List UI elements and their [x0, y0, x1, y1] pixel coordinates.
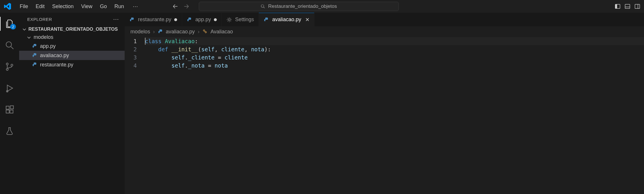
activity-explorer[interactable]: 2 [3, 17, 17, 31]
svg-rect-3 [615, 4, 617, 9]
menu-selection[interactable]: Selection [49, 2, 77, 11]
class-symbol-icon [202, 29, 208, 35]
tree-file-label: app.py [40, 43, 56, 49]
python-file-icon [32, 62, 38, 68]
editor-area: restaurante.py app.py Settings avaliacao… [125, 13, 644, 194]
code-content[interactable]: class Avaliacao: def __init__(self, clie… [145, 37, 644, 194]
chevron-right-icon: › [198, 29, 199, 35]
tree-folder-label: modelos [34, 34, 53, 40]
svg-rect-14 [6, 106, 9, 109]
activity-extensions[interactable] [3, 103, 17, 117]
layout-controls [614, 3, 642, 10]
toggle-panel-icon[interactable] [624, 3, 631, 10]
git-branch-icon [5, 62, 14, 71]
svg-point-18 [34, 44, 34, 45]
svg-point-20 [34, 63, 34, 64]
svg-rect-17 [10, 106, 14, 109]
tree-file-label: restaurante.py [40, 62, 73, 68]
command-center-text: Restaurante_orientado_objetos [268, 3, 337, 9]
python-file-icon [32, 43, 38, 49]
python-file-icon [263, 17, 269, 23]
search-icon [5, 41, 14, 50]
tab-avaliacao[interactable]: avaliacao.py ✕ [259, 13, 314, 26]
command-center[interactable]: Restaurante_orientado_objetos [199, 2, 399, 11]
tree-file-restaurante[interactable]: restaurante.py [19, 60, 125, 69]
nav-back-icon[interactable] [172, 3, 179, 10]
svg-point-8 [6, 42, 12, 47]
svg-point-0 [261, 5, 264, 7]
search-icon [261, 4, 265, 9]
editor-tabs: restaurante.py app.py Settings avaliacao… [125, 13, 644, 27]
svg-point-23 [265, 18, 266, 19]
tree-root[interactable]: RESTAURANTE_ORIENTADO_OBJETOS [19, 26, 125, 33]
sidebar-title: EXPLORER [27, 17, 52, 22]
code-editor[interactable]: 1 2 3 4 class Avaliacao: def __init__(se… [125, 37, 644, 194]
breadcrumb-label: avaliacao.py [166, 29, 195, 35]
chevron-down-icon [22, 27, 27, 32]
activity-source-control[interactable] [3, 60, 17, 74]
activity-search[interactable] [3, 38, 17, 52]
gear-icon [226, 17, 232, 23]
vscode-logo-icon [3, 2, 12, 10]
menu-overflow[interactable]: ⋯ [130, 2, 141, 11]
breadcrumb-file[interactable]: avaliacao.py [158, 29, 195, 35]
tree-folder-modelos[interactable]: modelos [19, 33, 125, 41]
toggle-secondary-sidebar-icon[interactable] [634, 3, 641, 10]
activity-testing[interactable] [3, 124, 17, 138]
svg-point-21 [131, 18, 132, 19]
extensions-icon [5, 105, 14, 114]
debug-icon [5, 84, 14, 93]
tab-app[interactable]: app.py [182, 13, 222, 26]
svg-point-12 [11, 64, 13, 66]
svg-point-11 [6, 68, 8, 70]
line-numbers: 1 2 3 4 [125, 37, 145, 194]
explorer-badge: 2 [10, 24, 16, 30]
breadcrumb-label: Avaliacao [210, 29, 233, 35]
tree-root-label: RESTAURANTE_ORIENTADO_OBJETOS [28, 27, 118, 32]
menu-view[interactable]: View [78, 2, 96, 11]
menu-go[interactable]: Go [97, 2, 110, 11]
svg-rect-15 [6, 110, 9, 113]
modified-dot-icon [214, 18, 217, 21]
menu-bar: File Edit Selection View Go Run [16, 2, 128, 11]
menu-run[interactable]: Run [111, 2, 128, 11]
chevron-down-icon [27, 35, 31, 40]
breadcrumb-symbol[interactable]: Avaliacao [202, 29, 233, 35]
title-bar: File Edit Selection View Go Run ⋯ Restau… [0, 0, 644, 13]
svg-rect-16 [10, 110, 13, 113]
tab-label: app.py [195, 17, 211, 23]
beaker-icon [5, 126, 14, 136]
tab-label: Settings [235, 17, 254, 23]
breadcrumb-folder[interactable]: modelos [130, 29, 150, 35]
chevron-right-icon: › [153, 29, 155, 35]
python-file-icon [32, 52, 38, 58]
menu-edit[interactable]: Edit [32, 2, 48, 11]
python-file-icon [187, 17, 192, 23]
svg-point-22 [189, 18, 189, 19]
explorer-sidebar: EXPLORER ⋯ RESTAURANTE_ORIENTADO_OBJETOS… [19, 13, 125, 194]
sidebar-header: EXPLORER ⋯ [19, 13, 125, 26]
tab-settings[interactable]: Settings [222, 13, 259, 26]
activity-run-debug[interactable] [3, 81, 17, 95]
toggle-primary-sidebar-icon[interactable] [614, 3, 621, 10]
close-icon[interactable]: ✕ [305, 17, 310, 23]
svg-point-10 [6, 63, 8, 65]
file-tree: RESTAURANTE_ORIENTADO_OBJETOS modelos ap… [19, 26, 125, 69]
tab-label: restaurante.py [138, 17, 171, 23]
tree-file-avaliacao[interactable]: avaliacao.py [19, 51, 125, 60]
tab-label: avaliacao.py [272, 17, 301, 23]
tree-file-app[interactable]: app.py [19, 41, 125, 51]
svg-rect-6 [635, 4, 640, 9]
text-cursor [145, 38, 145, 45]
modified-dot-icon [174, 18, 177, 21]
nav-forward-icon[interactable] [183, 3, 190, 10]
breadcrumbs: modelos › avaliacao.py › Avaliacao [125, 27, 644, 37]
tab-restaurante[interactable]: restaurante.py [125, 13, 182, 26]
svg-point-19 [34, 54, 34, 54]
sidebar-more-icon[interactable]: ⋯ [113, 16, 119, 23]
activity-bar: 2 [0, 13, 19, 194]
menu-file[interactable]: File [16, 2, 32, 11]
nav-arrows [172, 3, 190, 10]
python-file-icon [129, 17, 135, 23]
tree-file-label: avaliacao.py [40, 52, 69, 59]
